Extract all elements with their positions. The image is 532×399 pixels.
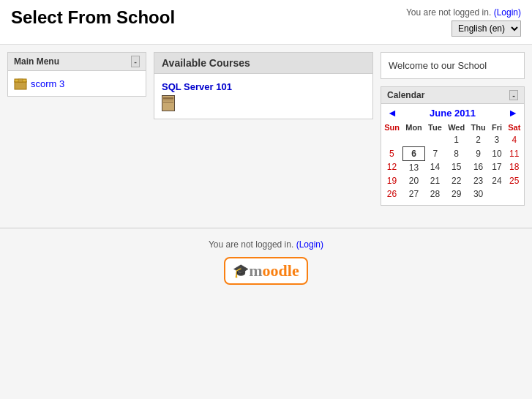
calendar-day-cell[interactable]: 13 (402, 160, 425, 174)
courses-panel: Available Courses SQL Server 101 (154, 52, 373, 119)
cal-day-header: Thu (468, 122, 488, 133)
calendar-week-row: 2627282930 (381, 187, 524, 201)
calendar-day-cell[interactable]: 12 (381, 160, 402, 174)
cal-day-header: Wed (445, 122, 468, 133)
calendar-day-cell (402, 133, 425, 146)
calendar-week-row: 567891011 (381, 146, 524, 160)
calendar-day-cell (425, 133, 445, 146)
calendar-nav: ◄ June 2011 ► (381, 104, 524, 122)
welcome-box: Welcome to our School (381, 52, 525, 79)
calendar-day-cell[interactable]: 7 (425, 146, 445, 160)
calendar-week-row: 19202122232425 (381, 174, 524, 187)
calendar-day-cell[interactable]: 25 (505, 174, 523, 187)
calendar-day-cell[interactable]: 22 (445, 174, 468, 187)
calendar-prev-btn[interactable]: ◄ (387, 107, 397, 119)
calendar-day-cell[interactable]: 30 (468, 187, 488, 201)
courses-body: SQL Server 101 (154, 74, 372, 119)
calendar-day-cell[interactable]: 4 (505, 133, 523, 146)
welcome-text: Welcome to our School (389, 60, 487, 71)
calendar-day-cell[interactable]: 10 (489, 146, 505, 160)
calendar-title: Calendar (387, 90, 424, 100)
calendar-day-cell[interactable]: 15 (445, 160, 468, 174)
calendar-header-row: SunMonTueWedThuFriSat (381, 122, 524, 133)
calendar-week-row: 1234 (381, 133, 524, 146)
sidebar-item-scorm3[interactable]: scorm 3 (14, 75, 140, 92)
calendar-day-cell[interactable]: 6 (402, 146, 425, 160)
course-entry: SQL Server 101 (162, 81, 365, 111)
svg-rect-0 (15, 81, 26, 89)
calendar-month-label: June 2011 (430, 108, 476, 119)
calendar-box: Calendar - ◄ June 2011 ► SunMonTueWedThu… (381, 86, 525, 206)
footer: You are not logged in. (Login) 🎓 moodle (0, 228, 532, 296)
calendar-table: SunMonTueWedThuFriSat 123456789101112131… (381, 122, 524, 201)
calendar-body: 1234567891011121314151617181920212223242… (381, 133, 524, 201)
moodle-logo[interactable]: 🎓 moodle (224, 257, 307, 285)
sidebar: Main Menu - scorm 3 (7, 52, 146, 97)
cal-day-header: Sat (505, 122, 523, 133)
auth-status-text: You are not logged in. (406, 7, 491, 18)
calendar-day-cell[interactable]: 21 (425, 174, 445, 187)
sidebar-header: Main Menu - (8, 53, 146, 71)
language-selector[interactable]: English (en) (452, 20, 521, 37)
sidebar-body: scorm 3 (8, 71, 146, 96)
right-panel: Welcome to our School Calendar - ◄ June … (381, 52, 525, 206)
courses-title: Available Courses (162, 57, 250, 69)
calendar-day-cell[interactable]: 16 (468, 160, 488, 174)
moodle-hat-icon: 🎓 (233, 263, 249, 279)
calendar-day-cell[interactable]: 18 (505, 160, 523, 174)
calendar-day-cell (381, 133, 402, 146)
calendar-day-cell[interactable]: 24 (489, 174, 505, 187)
box-icon (14, 77, 27, 90)
header: Select From School You are not logged in… (0, 0, 532, 45)
courses-header: Available Courses (154, 53, 372, 74)
calendar-week-row: 12131415161718 (381, 160, 524, 174)
calendar-collapse-btn[interactable]: - (509, 90, 518, 100)
calendar-day-cell[interactable]: 27 (402, 187, 425, 201)
sidebar-collapse-btn[interactable]: - (131, 56, 140, 67)
header-right: You are not logged in. (Login) English (… (406, 7, 521, 37)
footer-auth-text: You are not logged in. (Login) (11, 239, 521, 250)
footer-login-link[interactable]: (Login) (296, 239, 323, 250)
course-link-sql101[interactable]: SQL Server 101 (162, 81, 365, 92)
calendar-day-cell[interactable]: 26 (381, 187, 402, 201)
calendar-day-cell[interactable]: 28 (425, 187, 445, 201)
page-title: Select From School (11, 7, 175, 28)
calendar-day-cell[interactable]: 23 (468, 174, 488, 187)
calendar-day-cell (489, 187, 505, 201)
cal-day-header: Sun (381, 122, 402, 133)
cal-day-header: Tue (425, 122, 445, 133)
calendar-day-cell[interactable]: 20 (402, 174, 425, 187)
svg-rect-2 (18, 79, 23, 82)
calendar-day-cell[interactable]: 8 (445, 146, 468, 160)
calendar-day-cell[interactable]: 17 (489, 160, 505, 174)
calendar-day-cell (505, 187, 523, 201)
cal-day-header: Fri (489, 122, 505, 133)
calendar-day-cell[interactable]: 11 (505, 146, 523, 160)
header-login-link[interactable]: (Login) (494, 7, 521, 18)
calendar-day-cell[interactable]: 1 (445, 133, 468, 146)
sidebar-link-scorm3[interactable]: scorm 3 (31, 78, 64, 89)
calendar-day-cell[interactable]: 9 (468, 146, 488, 160)
sidebar-title: Main Menu (14, 56, 59, 67)
cal-day-header: Mon (402, 122, 425, 133)
calendar-day-cell[interactable]: 3 (489, 133, 505, 146)
main-content: Main Menu - scorm 3 Available Courses SQ… (0, 45, 532, 213)
course-thumbnail (162, 95, 175, 111)
calendar-day-cell[interactable]: 14 (425, 160, 445, 174)
calendar-day-cell[interactable]: 2 (468, 133, 488, 146)
calendar-day-cell[interactable]: 5 (381, 146, 402, 160)
calendar-header: Calendar - (381, 87, 524, 104)
calendar-day-cell[interactable]: 29 (445, 187, 468, 201)
moodle-brand-text: moodle (249, 261, 299, 280)
calendar-day-cell[interactable]: 19 (381, 174, 402, 187)
calendar-next-btn[interactable]: ► (508, 107, 518, 119)
